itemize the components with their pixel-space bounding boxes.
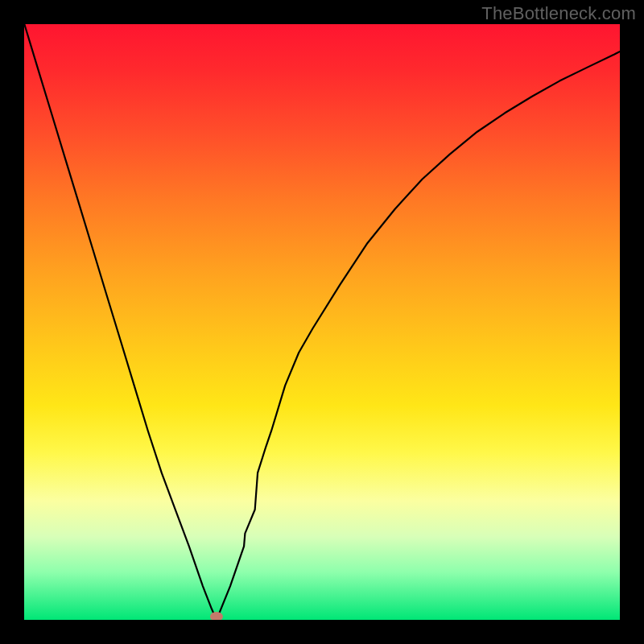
minimum-marker: [210, 612, 223, 620]
bottleneck-curve: [24, 24, 620, 620]
chart-area: [24, 24, 620, 620]
chart-curve-layer: [24, 24, 620, 620]
watermark-text: TheBottleneck.com: [481, 3, 636, 24]
